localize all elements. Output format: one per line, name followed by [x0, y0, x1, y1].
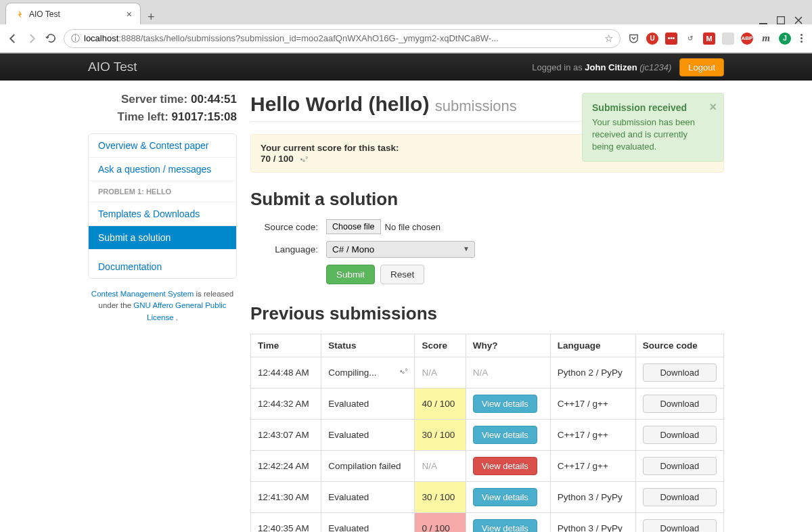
table-header-row: Time Status Score Why? Language Source c… [251, 334, 724, 357]
download-button[interactable]: Download [643, 488, 717, 506]
maximize-icon[interactable] [777, 16, 785, 24]
cell-language: Python 3 / PyPy [550, 482, 635, 513]
col-status: Status [321, 334, 415, 357]
language-select[interactable]: C# / Mono [326, 241, 475, 258]
alert-submission-received: × Submission received Your submission ha… [582, 93, 724, 162]
close-window-icon[interactable] [794, 16, 803, 24]
license-link[interactable]: GNU Affero General Public License [133, 301, 226, 321]
cell-status: Evaluated [321, 420, 415, 451]
table-row: 12:41:30 AMEvaluated30 / 100View details… [251, 482, 724, 513]
favicon-icon [14, 9, 24, 19]
back-button[interactable] [7, 32, 19, 45]
pocket-icon[interactable] [627, 32, 639, 45]
cell-language: C++17 / g++ [550, 389, 635, 420]
download-button[interactable]: Download [643, 457, 717, 475]
download-button[interactable]: Download [643, 426, 717, 444]
browser-menu-icon[interactable] [798, 34, 805, 43]
url-path: :8888/tasks/hello/submissions?submission… [118, 33, 499, 43]
address-bar[interactable]: ⓘ localhost:8888/tasks/hello/submissions… [64, 29, 621, 48]
view-details-button[interactable]: View details [473, 519, 537, 532]
ublock-icon[interactable]: U [646, 32, 658, 45]
time-left-value: 91017:15:08 [172, 110, 237, 123]
server-time-label: Server time: [121, 93, 187, 106]
sidebar-item-templates[interactable]: Templates & Downloads [89, 202, 236, 226]
time-block: Server time: 00:44:51 Time left: 91017:1… [88, 93, 237, 124]
view-details-button[interactable]: View details [473, 488, 537, 506]
download-button[interactable]: Download [643, 395, 717, 413]
ext-icon-2[interactable] [722, 32, 734, 45]
new-tab-button[interactable]: + [141, 10, 162, 24]
mendeley-icon[interactable]: M [703, 32, 715, 45]
view-details-button[interactable]: View details [473, 395, 537, 413]
source-code-label: Source code: [250, 222, 318, 232]
cell-score: 40 / 100 [415, 389, 466, 420]
logout-button[interactable]: Logout [679, 58, 724, 76]
choose-file-button[interactable]: Choose file [326, 219, 381, 234]
sidebar-item-questions[interactable]: Ask a question / messages [89, 158, 236, 181]
sidebar: Server time: 00:44:51 Time left: 91017:1… [88, 93, 237, 532]
table-row: 12:44:48 AMCompiling... •ₒ°N/AN/APython … [251, 357, 724, 389]
loading-spinner-icon: •ₒ° [400, 368, 408, 375]
file-status: No file chosen [385, 222, 441, 232]
download-button[interactable]: Download [643, 519, 717, 532]
submit-button[interactable]: Submit [326, 265, 375, 284]
cell-download: Download [635, 389, 723, 420]
cell-why: View details [466, 482, 550, 513]
footer-note: Contest Management System is released un… [88, 288, 237, 324]
server-time-value: 00:44:51 [191, 93, 237, 106]
url-host: localhost [84, 33, 118, 43]
cell-time: 12:41:30 AM [251, 482, 321, 513]
cell-status: Compilation failed [321, 451, 415, 482]
col-source: Source code [635, 334, 723, 357]
close-tab-icon[interactable]: × [127, 9, 132, 20]
svg-rect-1 [777, 17, 785, 24]
info-icon[interactable]: ⓘ [71, 32, 80, 45]
cell-download: Download [635, 513, 723, 533]
profile-avatar[interactable]: J [779, 32, 791, 45]
forward-button [26, 32, 38, 45]
tab-bar: AIO Test × + [0, 0, 812, 24]
sidebar-item-submit[interactable]: Submit a solution [89, 226, 236, 250]
language-label: Language: [250, 244, 318, 254]
sidebar-item-overview[interactable]: Overview & Contest paper [89, 134, 236, 158]
view-details-button[interactable]: View details [473, 457, 537, 475]
page-subtitle: submissions [435, 97, 517, 114]
reset-button[interactable]: Reset [380, 265, 424, 284]
history-icon[interactable]: ↺ [684, 32, 696, 45]
table-row: 12:43:07 AMEvaluated30 / 100View details… [251, 420, 724, 451]
cms-link[interactable]: Contest Management System [91, 290, 194, 298]
sidebar-item-docs[interactable]: Documentation [89, 255, 236, 278]
bookmark-icon[interactable]: ☆ [604, 32, 613, 45]
sidebar-divider [89, 250, 236, 255]
col-why: Why? [466, 334, 550, 357]
alert-title: Submission received [592, 102, 704, 115]
table-row: 12:44:32 AMEvaluated40 / 100View details… [251, 389, 724, 420]
table-row: 12:42:24 AMCompilation failedN/AView det… [251, 451, 724, 482]
cell-score: 30 / 100 [415, 420, 466, 451]
view-details-button[interactable]: View details [473, 426, 537, 444]
reload-button[interactable] [45, 32, 57, 45]
userid: (jc1234) [639, 62, 671, 72]
cell-language: Python 2 / PyPy [550, 357, 635, 389]
cell-score: 30 / 100 [415, 482, 466, 513]
main-content: × Submission received Your submission ha… [250, 93, 724, 532]
submissions-table: Time Status Score Why? Language Source c… [250, 334, 724, 532]
m-icon[interactable]: m [760, 32, 772, 45]
brand[interactable]: AIO Test [88, 60, 137, 74]
col-time: Time [251, 334, 321, 357]
page-navbar: AIO Test Logged in as John Citizen (jc12… [0, 53, 812, 81]
cell-language: C++17 / g++ [550, 420, 635, 451]
username: John Citizen [585, 62, 637, 72]
alert-close-icon[interactable]: × [709, 99, 717, 116]
loading-spinner-icon: •ₒ° [300, 156, 309, 163]
download-button[interactable]: Download [643, 363, 717, 382]
minimize-icon[interactable] [759, 16, 767, 24]
cell-why: N/A [466, 357, 550, 389]
adblock-icon[interactable]: ABP [741, 32, 753, 45]
window-controls [759, 16, 807, 24]
logged-in-text: Logged in as John Citizen (jc1234) [532, 62, 671, 72]
cell-why: View details [466, 513, 550, 533]
previous-submissions-heading: Previous submissions [250, 303, 724, 324]
lastpass-icon[interactable]: ••• [665, 32, 677, 45]
browser-tab[interactable]: AIO Test × [5, 3, 141, 24]
